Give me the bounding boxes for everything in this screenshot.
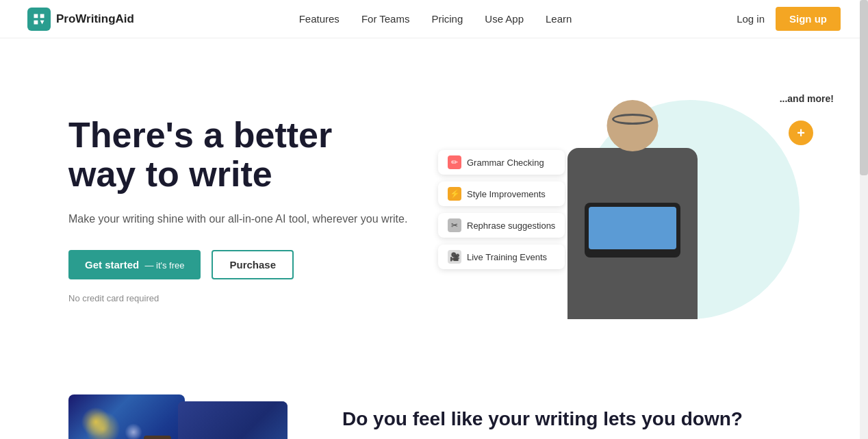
nav-links: Features For Teams Pricing Use App Learn — [299, 13, 572, 25]
laptop-screen — [589, 207, 676, 249]
blue-overlay — [178, 401, 288, 439]
chip-style-icon: ⚡ — [448, 187, 461, 201]
and-more-text: ...and more! — [780, 93, 834, 104]
chip-rephrase-icon: ✂ — [448, 218, 461, 232]
laptop — [585, 203, 680, 258]
nav-link-for-teams[interactable]: For Teams — [361, 13, 410, 25]
get-started-label: Get started — [85, 259, 139, 271]
blue-image — [178, 401, 288, 439]
hero-person-container — [550, 93, 715, 326]
tree-silhouette — [144, 436, 171, 439]
logo-icon — [27, 8, 51, 31]
starry-night-image — [68, 394, 185, 439]
page-scrollbar[interactable] — [860, 0, 868, 439]
hero-subtitle: Make your writing shine with our all-in-… — [68, 210, 424, 228]
second-section-title: Do you feel like your writing lets you d… — [342, 408, 800, 430]
person-glasses — [612, 114, 653, 125]
logo-svg — [32, 12, 46, 26]
plus-badge: + — [789, 121, 813, 145]
scrollbar-thumb[interactable] — [860, 0, 868, 175]
star-glow — [79, 405, 113, 439]
nav-actions: Log in Sign up — [737, 7, 841, 31]
hero-visual: ✏ Grammar Checking ⚡ Style Improvements … — [424, 79, 841, 340]
chip-grammar-label: Grammar Checking — [467, 158, 544, 168]
chip-style-label: Style Improvements — [467, 189, 546, 199]
chip-live-icon: 🎥 — [448, 250, 461, 264]
chip-style: ⚡ Style Improvements — [438, 181, 565, 206]
second-section-text: Do you feel like your writing lets you d… — [342, 394, 800, 439]
chip-grammar-icon: ✏ — [448, 155, 461, 169]
person-head — [607, 100, 659, 151]
get-started-button[interactable]: Get started — it's free — [68, 250, 201, 279]
login-link[interactable]: Log in — [737, 13, 765, 25]
chip-live: 🎥 Live Training Events — [438, 244, 565, 269]
nav-item-learn[interactable]: Learn — [546, 13, 572, 25]
logo-link[interactable]: ProWritingAid — [27, 8, 134, 31]
nav-item-features[interactable]: Features — [299, 13, 340, 25]
feature-chips-container: ✏ Grammar Checking ⚡ Style Improvements … — [438, 150, 565, 269]
nav-link-learn[interactable]: Learn — [546, 13, 572, 25]
hero-section: There's a better way to write Make your … — [0, 38, 868, 367]
get-started-suffix: — it's free — [144, 260, 184, 271]
star-glow-2 — [123, 422, 144, 439]
chip-grammar: ✏ Grammar Checking — [438, 150, 565, 175]
nav-link-features[interactable]: Features — [299, 13, 340, 25]
nav-item-use-app[interactable]: Use App — [485, 13, 524, 25]
chip-rephrase-label: Rephrase suggestions — [467, 221, 555, 231]
brand-name: ProWritingAid — [56, 12, 134, 26]
nav-item-for-teams[interactable]: For Teams — [361, 13, 410, 25]
nav-link-pricing[interactable]: Pricing — [431, 13, 463, 25]
hero-note: No credit card required — [68, 293, 424, 303]
second-section: My idea in my head Do you feel like your… — [0, 367, 868, 439]
image-stack: My idea in my head — [68, 394, 301, 439]
nav-link-use-app[interactable]: Use App — [485, 13, 524, 25]
chip-rephrase: ✂ Rephrase suggestions — [438, 213, 565, 238]
hero-title-line1: There's a better — [68, 115, 332, 155]
nav-item-pricing[interactable]: Pricing — [431, 13, 463, 25]
purchase-button[interactable]: Purchase — [212, 250, 294, 279]
hero-title: There's a better way to write — [68, 116, 424, 194]
hero-title-line2: way to write — [68, 154, 272, 194]
chip-live-label: Live Training Events — [467, 252, 547, 262]
hero-buttons: Get started — it's free Purchase — [68, 250, 424, 279]
signup-button[interactable]: Sign up — [776, 7, 841, 31]
hero-content: There's a better way to write Make your … — [68, 116, 424, 303]
navbar: ProWritingAid Features For Teams Pricing… — [0, 0, 868, 38]
